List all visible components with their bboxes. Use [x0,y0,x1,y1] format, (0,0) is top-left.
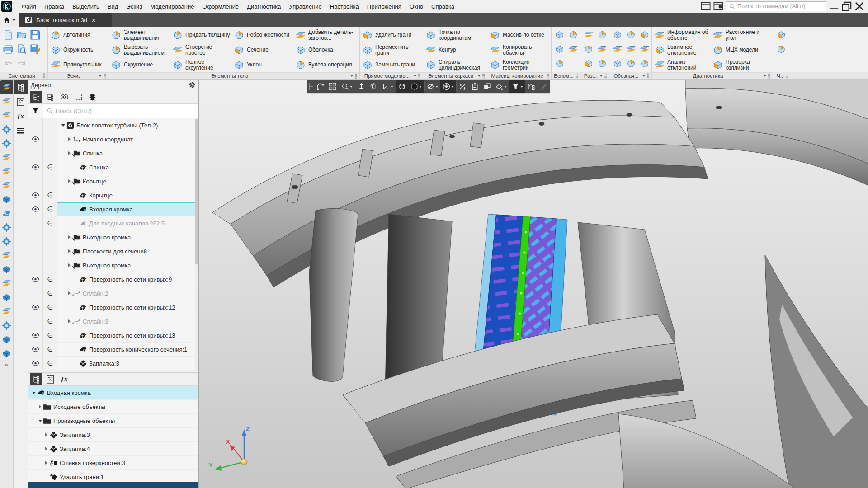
expand-arrow-icon[interactable] [66,249,72,253]
subtree-tab-checklist[interactable] [44,373,57,385]
ribbon-group-footer[interactable]: Раз... [580,72,609,79]
chevron-down-icon[interactable] [414,75,416,77]
ribbon-icon-button[interactable] [553,56,566,71]
model-hub-piece[interactable] [618,414,796,488]
grip-icon[interactable] [355,74,357,79]
tree-row[interactable]: Удалить грани:1 [28,470,198,482]
ribbon-button[interactable]: Ребро жесткости [233,28,294,42]
ribbon-group-footer[interactable]: Элементы каркаса [423,72,487,79]
tree-tool-tree-numbered[interactable] [30,91,42,103]
ribbon-icon-button[interactable] [28,28,42,42]
ribbon-icon-button[interactable] [1,42,15,56]
module-blades[interactable] [0,221,13,235]
restore-button[interactable] [842,2,852,11]
ribbon-icon-button[interactable] [582,28,595,42]
ribbon-group-footer[interactable]: Элементы тела [108,72,359,79]
expand-arrow-icon[interactable] [60,124,66,127]
viewport-tool-rotate-view[interactable] [368,80,380,93]
chevron-down-icon[interactable] [419,86,422,88]
tree-search-field[interactable] [43,104,198,118]
partially-visible-selected-row[interactable] [28,482,198,488]
viewport-tool-structure[interactable] [525,80,538,93]
chevron-down-icon[interactable] [764,75,766,77]
visibility-toggle[interactable] [28,272,43,286]
expand-arrow-icon[interactable] [31,392,37,394]
module-valve[interactable] [0,235,13,249]
menu-item[interactable]: Эскиз [122,1,146,12]
module-gear-pair[interactable] [0,164,13,178]
module-framework[interactable] [0,122,13,136]
ribbon-button[interactable]: Окружность [49,42,105,57]
tree-tool-select-frame[interactable] [72,91,85,103]
viewport-tool-shading[interactable] [408,80,424,93]
side-tab-checklist[interactable] [14,95,28,108]
ribbon-button[interactable]: Анализ отклонений [653,57,712,72]
ribbon-button[interactable]: Заменить грани [361,57,420,72]
ribbon-icon-button[interactable] [638,56,651,71]
ribbon-button[interactable]: Элемент выдавливания [110,28,171,42]
module-building[interactable] [0,136,13,150]
command-search-input[interactable] [737,3,823,9]
tree-tool-relations[interactable] [58,91,71,103]
chevron-down-icon[interactable] [391,86,393,88]
chevron-down-icon[interactable] [478,75,481,77]
subtree-tab-fx[interactable]: ƒx [58,373,71,385]
viewport-tool-solid-groups[interactable] [481,80,493,93]
ribbon-group-footer[interactable]: Вспом... [552,72,580,79]
tree-row[interactable]: ∈ Сплайн:2 [28,286,198,300]
tree-row[interactable]: Корытце [28,174,198,188]
ribbon-button[interactable]: Точка по координатам [425,28,484,42]
gear-icon[interactable] [189,81,196,89]
ribbon-icon-button[interactable] [611,28,624,42]
ribbon-button[interactable]: Переместить грани [361,42,420,57]
viewport-tool-view-cube[interactable] [396,80,408,93]
ribbon-button[interactable]: Добавить деталь-заготов... [294,28,356,42]
app-logo-icon[interactable] [1,1,12,12]
chevron-down-icon[interactable] [504,86,507,88]
chevron-down-icon[interactable] [435,86,438,88]
ribbon-group-footer[interactable]: Массив, копирование [487,72,551,79]
ribbon-button[interactable]: Взаимное отклонение [653,42,712,57]
ribbon-icon-button[interactable] [774,42,788,56]
viewport-tool-paint[interactable] [493,80,509,93]
grip-icon[interactable] [786,73,788,78]
grip-icon[interactable] [418,74,420,79]
tree-tool-tree-plain[interactable] [44,91,57,103]
module-tools[interactable] [0,333,13,347]
ribbon-button[interactable]: Скругление [110,57,171,72]
expand-arrow-icon[interactable] [66,179,72,183]
close-button[interactable] [854,2,864,11]
layout-settings-icon[interactable] [713,2,723,11]
ribbon-icon-button[interactable] [15,42,28,56]
tree-row[interactable]: Начало координат [28,132,198,146]
menu-item[interactable]: Справка [427,1,458,12]
module-impeller[interactable] [0,206,13,221]
chevron-down-icon[interactable] [600,75,603,77]
tree-scrollbar-thumb[interactable] [195,119,198,264]
viewport-tool-axes[interactable] [380,80,396,93]
side-tab-fx[interactable]: ƒx [14,109,28,123]
model-adjacent-segment-top[interactable] [685,80,868,185]
ribbon-button[interactable]: Полное скругление [171,57,233,72]
menu-item[interactable]: Диагностика [243,1,285,12]
grip-icon[interactable] [482,74,485,79]
module-lasso[interactable] [0,263,13,277]
ribbon-group-footer[interactable]: Системная [0,72,47,79]
filter-funnel-icon[interactable] [28,104,43,118]
chevron-down-icon[interactable] [350,86,353,88]
menu-item[interactable]: Файл [18,1,40,12]
grip-icon[interactable] [647,73,649,78]
tree-row[interactable]: ∈ Поверхность по сети кривых:9 [28,272,198,286]
ribbon-button[interactable]: Сечение [233,42,294,57]
menu-item[interactable]: Настройка [326,1,363,12]
module-welding[interactable] [0,249,13,263]
module-globe[interactable] [0,178,13,192]
expand-arrow-icon[interactable] [66,151,72,155]
ribbon-button[interactable]: Расстояние и угол [712,28,770,42]
module-pipeline[interactable] [0,192,13,206]
expand-arrow-icon[interactable] [66,235,72,239]
grip-icon[interactable] [576,73,578,78]
ribbon-icon-button[interactable] [774,28,788,42]
ribbon-icon-button[interactable] [566,28,580,42]
subtree-tab-tree[interactable] [30,373,42,385]
